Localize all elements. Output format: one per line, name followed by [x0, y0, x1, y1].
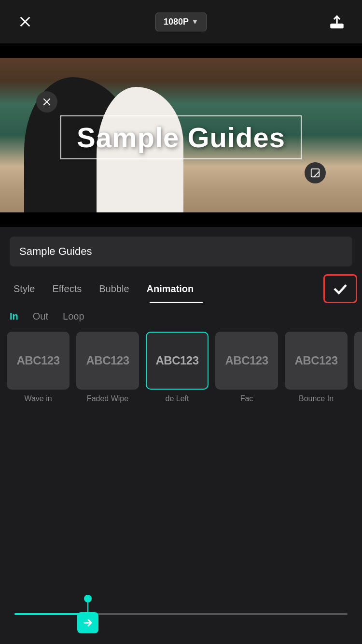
anim-card-fade[interactable]: ABC123 Fac [215, 332, 278, 403]
anim-card-bounce-in-inner: ABC123 [285, 332, 348, 390]
anim-card-wave-in-label: Wave in [24, 394, 52, 403]
bottom-panel: Style Effects Bubble Animation In Out Lo… [0, 227, 362, 644]
resolution-button[interactable]: 1080P ▼ [155, 13, 207, 31]
anim-card-slide-left-label: de Left [166, 394, 189, 403]
sub-tabs: In Out Loop [0, 303, 362, 328]
tab-animation[interactable]: Animation [138, 277, 203, 301]
anim-card-faded-wipe-inner: ABC123 [76, 332, 139, 390]
video-frame: Sample Guides [0, 58, 362, 212]
anim-card-fade-inner: ABC123 [215, 332, 278, 390]
overlay-text: Sample Guides [77, 121, 285, 154]
resolution-label: 1080P [164, 17, 189, 27]
timeline-connector [87, 602, 88, 612]
video-preview-area: Sample Guides [0, 43, 362, 227]
tabs-bar: Style Effects Bubble Animation [0, 274, 362, 303]
anim-card-fade-text: ABC123 [225, 354, 268, 367]
animation-cards: ABC123 Wave in ABC123 Faded Wipe ABC123 … [0, 328, 362, 403]
timeline-track[interactable] [14, 613, 348, 615]
sub-tab-loop[interactable]: Loop [63, 311, 84, 322]
anim-card-slide-left-inner: ABC123 [146, 332, 209, 390]
text-close-button[interactable] [36, 91, 57, 112]
text-input-area [10, 237, 352, 266]
sub-tab-in[interactable]: In [10, 311, 18, 322]
confirm-button[interactable] [323, 274, 357, 303]
timeline-area [0, 613, 362, 615]
resolution-arrow-icon: ▼ [192, 18, 198, 26]
svg-rect-4 [331, 24, 343, 28]
anim-card-wave-in-inner: ABC123 [7, 332, 70, 390]
anim-card-bounce-in-label: Bounce In [299, 394, 334, 403]
timeline-thumb[interactable] [77, 595, 98, 633]
resize-handle[interactable] [305, 162, 326, 183]
anim-card-faded-wipe-label: Faded Wipe [87, 394, 128, 403]
tab-underline [150, 302, 203, 303]
svg-line-9 [314, 171, 319, 177]
anim-card-spring-inner: ABC123 [354, 332, 362, 390]
tab-effects[interactable]: Effects [43, 277, 90, 301]
anim-card-fade-label: Fac [240, 394, 253, 403]
anim-card-slide-left-text: ABC123 [155, 354, 198, 367]
tab-bubble[interactable]: Bubble [90, 277, 138, 301]
anim-card-faded-wipe-text: ABC123 [86, 354, 129, 367]
anim-card-faded-wipe[interactable]: ABC123 Faded Wipe [76, 332, 139, 403]
sub-tab-out[interactable]: Out [33, 311, 48, 322]
anim-card-slide-left[interactable]: ABC123 de Left [146, 332, 209, 403]
anim-card-spring[interactable]: ABC123 Spring [354, 332, 362, 403]
close-button[interactable] [14, 11, 36, 32]
text-input-field[interactable] [19, 245, 343, 258]
text-overlay-container[interactable]: Sample Guides [60, 115, 302, 159]
anim-card-bounce-in-text: ABC123 [294, 354, 337, 367]
anim-card-wave-in[interactable]: ABC123 Wave in [7, 332, 70, 403]
top-bar: 1080P ▼ [0, 0, 362, 43]
timeline-arrow-button[interactable] [77, 612, 98, 633]
anim-card-wave-in-text: ABC123 [16, 354, 59, 367]
anim-card-bounce-in[interactable]: ABC123 Bounce In [285, 332, 348, 403]
timeline-dot [84, 595, 92, 602]
export-button[interactable] [326, 11, 348, 32]
tab-style[interactable]: Style [5, 277, 43, 301]
